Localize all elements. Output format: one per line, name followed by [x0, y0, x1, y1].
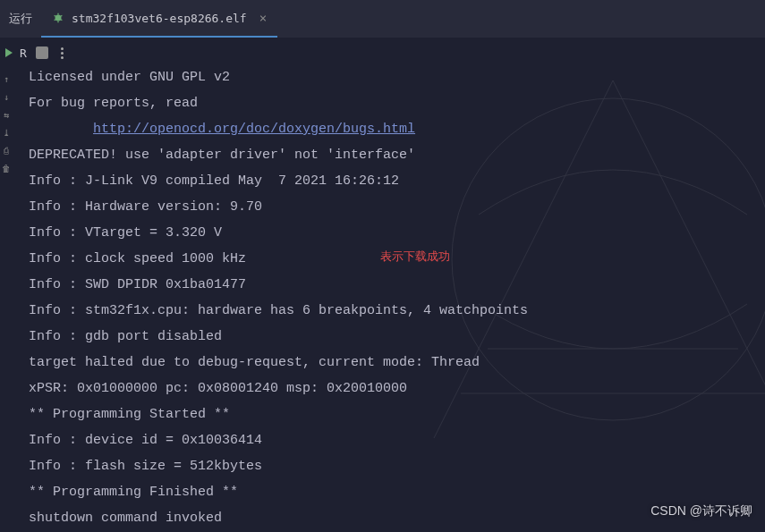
- tab-bar: 运行 stm32f103vet6-esp8266.elf ×: [0, 0, 765, 38]
- console-line: DEPRECATED! use 'adapter driver' not 'in…: [29, 148, 415, 163]
- console-output: Licensed under GNU GPL v2 For bug report…: [29, 64, 765, 532]
- annotation-text: 表示下载成功: [380, 249, 450, 265]
- console-line: Info : flash size = 512kbytes: [29, 459, 262, 474]
- close-icon[interactable]: ×: [259, 11, 267, 25]
- nav-item-run[interactable]: 运行: [0, 11, 41, 27]
- console-link[interactable]: http://openocd.org/doc/doxygen/bugs.html: [93, 122, 415, 137]
- run-label: R: [20, 46, 27, 60]
- bug-icon: [52, 12, 64, 24]
- console-line: Info : Hardware version: 9.70: [29, 199, 262, 215]
- tab-active[interactable]: stm32f103vet6-esp8266.elf ×: [41, 0, 277, 38]
- trash-icon[interactable]: 🗑: [1, 163, 12, 173]
- console-line: target halted due to debug-request, curr…: [29, 355, 480, 370]
- play-icon[interactable]: [4, 45, 14, 62]
- console-line: For bug reports, read: [29, 96, 198, 111]
- console-line: Info : J-Link V9 compiled May 7 2021 16:…: [29, 173, 399, 189]
- stop-icon[interactable]: [36, 46, 48, 59]
- toolbar: R: [0, 38, 765, 68]
- watermark: CSDN @诗不诉卿: [650, 503, 752, 519]
- down-icon[interactable]: ↓: [1, 91, 12, 102]
- console-line: xPSR: 0x01000000 pc: 0x08001240 msp: 0x2…: [29, 381, 407, 396]
- console-line: Info : SWD DPIDR 0x1ba01477: [29, 277, 246, 292]
- console-line: [29, 122, 93, 137]
- console-line: ** Programming Started **: [29, 407, 230, 422]
- console-line: Info : device id = 0x10036414: [29, 433, 262, 448]
- more-menu-icon[interactable]: [57, 44, 67, 63]
- side-toolbar: ↑ ↓ ⇆ ⤓ ⎙ 🗑: [0, 68, 13, 173]
- print-icon[interactable]: ⎙: [1, 145, 12, 156]
- export-icon[interactable]: ⤓: [1, 127, 12, 138]
- tab-filename: stm32f103vet6-esp8266.elf: [72, 12, 247, 25]
- console-line: Info : stm32f1x.cpu: hardware has 6 brea…: [29, 303, 528, 318]
- console-line: Info : clock speed 1000 kHz: [29, 251, 246, 266]
- console-line: Info : VTarget = 3.320 V: [29, 225, 222, 241]
- console-line: Info : gdb port disabled: [29, 329, 222, 344]
- console-line: ** Programming Finished **: [29, 485, 238, 500]
- svg-point-1: [55, 15, 62, 21]
- console-line: Licensed under GNU GPL v2: [29, 70, 230, 85]
- wrap-icon[interactable]: ⇆: [1, 109, 12, 120]
- console-line: shutdown command invoked: [29, 511, 222, 526]
- up-icon[interactable]: ↑: [1, 73, 12, 84]
